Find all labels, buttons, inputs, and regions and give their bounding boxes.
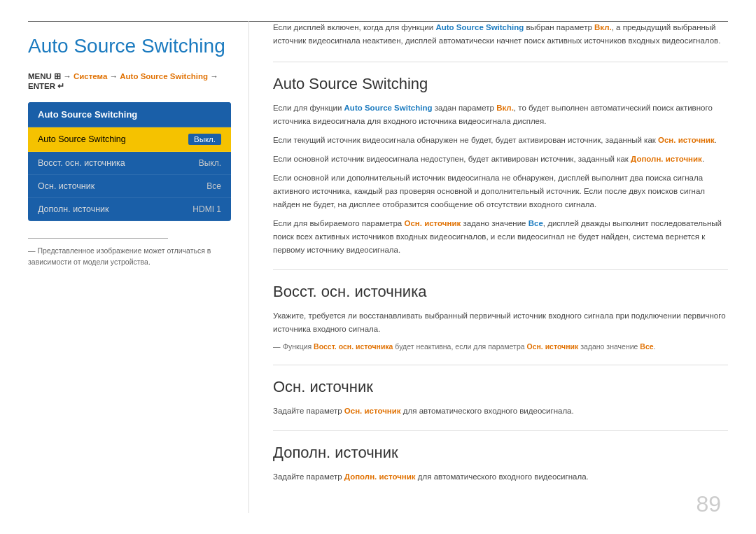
section3-title: Осн. источник (273, 378, 728, 396)
left-footnote: Представленное изображение может отличат… (28, 246, 245, 268)
section1-para1: Если для функции Auto Source Switching з… (273, 101, 728, 128)
section1-para5: Если для выбираемого параметра Осн. исто… (273, 217, 728, 257)
menu-item-value: Выкл. (199, 158, 221, 168)
divider-3 (273, 365, 728, 365)
menu-item-main-source[interactable]: Осн. источник Все (28, 175, 231, 198)
menu-item-label: Восст. осн. источника (38, 158, 125, 168)
menu-box-header: Auto Source Switching (28, 102, 231, 127)
divider-2 (273, 269, 728, 270)
section1-para3: Если основной источник видеосигнала недо… (273, 153, 728, 166)
page-number: 89 (696, 491, 721, 517)
menu-item-label: Дополн. источник (38, 204, 109, 214)
menu-item-label: Auto Source Switching (38, 134, 126, 144)
intro-paragraph: Если дисплей включен, когда для функции … (273, 21, 728, 48)
menu-item-recover[interactable]: Восст. осн. источника Выкл. (28, 152, 231, 175)
section1-title: Auto Source Switching (273, 75, 728, 93)
vertical-divider (248, 21, 249, 513)
menu-item-value-active: Выкл. (188, 134, 221, 145)
menu-path: MENU ⊞ → Система → Auto Source Switching… (28, 71, 245, 91)
menu-item-value: Все (206, 181, 221, 191)
section3-para: Задайте параметр Осн. источник для автом… (273, 405, 728, 418)
menu-item-auto-source[interactable]: Auto Source Switching Выкл. (28, 127, 231, 152)
section2-footnote: Функция Восст. осн. источника будет неак… (273, 342, 728, 353)
menu-item-value: HDMI 1 (192, 204, 221, 214)
menu-item-label: Осн. источник (38, 181, 94, 191)
section4-title: Дополн. источник (273, 444, 728, 462)
menu-path-text: MENU ⊞ → Система → Auto Source Switching… (28, 72, 218, 90)
section4-para: Задайте параметр Дополн. источник для ав… (273, 470, 728, 484)
menu-item-secondary-source[interactable]: Дополн. источник HDMI 1 (28, 198, 231, 221)
section1-para4: Если основной или дополнительный источни… (273, 171, 728, 211)
section2-para: Укажите, требуется ли восстанавливать вы… (273, 309, 728, 336)
page-title: Auto Source Switching (28, 35, 245, 57)
section2-title: Восст. осн. источника (273, 283, 728, 301)
right-panel: Если дисплей включен, когда для функции … (273, 21, 728, 489)
menu-box: Auto Source Switching Auto Source Switch… (28, 102, 231, 221)
divider-4 (273, 430, 728, 431)
section1-para2: Если текущий источник видеосигнала обнар… (273, 134, 728, 147)
left-panel: Auto Source Switching MENU ⊞ → Система →… (28, 21, 245, 268)
divider-1 (273, 62, 728, 62)
left-divider (28, 238, 168, 239)
